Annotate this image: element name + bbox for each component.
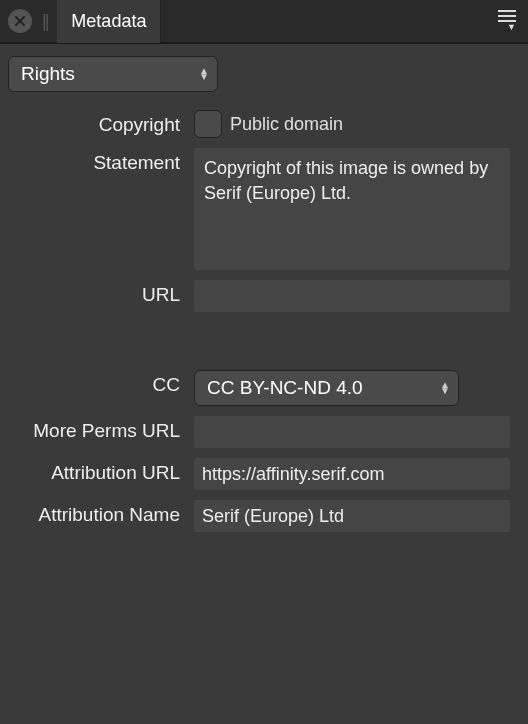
label-copyright: Copyright: [8, 110, 180, 136]
label-statement: Statement: [8, 148, 180, 174]
statement-value: Copyright of this image is owned by Seri…: [204, 158, 488, 203]
cc-dropdown[interactable]: CC BY-NC-ND 4.0 ▲▼: [194, 370, 459, 406]
category-dropdown[interactable]: Rights ▲▼: [8, 56, 218, 92]
cc-value: CC BY-NC-ND 4.0: [207, 377, 363, 399]
divider-icon: ||: [42, 11, 47, 32]
stepper-arrows-icon: ▲▼: [199, 68, 209, 80]
attribution-name-input[interactable]: Serif (Europe) Ltd: [194, 500, 510, 532]
close-icon[interactable]: [8, 9, 32, 33]
panel-menu-button[interactable]: ▼: [494, 6, 520, 36]
public-domain-checkbox[interactable]: [194, 110, 222, 138]
public-domain-label: Public domain: [230, 114, 343, 135]
label-attribution-name: Attribution Name: [8, 500, 180, 526]
attribution-name-value: Serif (Europe) Ltd: [202, 506, 344, 527]
attribution-url-value: https://affinity.serif.com: [202, 464, 384, 485]
label-url: URL: [8, 280, 180, 306]
panel-titlebar: || Metadata ▼: [0, 0, 528, 44]
tab-label: Metadata: [71, 11, 146, 32]
more-perms-input[interactable]: [194, 416, 510, 448]
dropdown-value: Rights: [21, 63, 75, 85]
label-attribution-url: Attribution URL: [8, 458, 180, 484]
statement-textarea[interactable]: Copyright of this image is owned by Seri…: [194, 148, 510, 270]
label-cc: CC: [8, 370, 180, 396]
chevron-down-icon: ▼: [507, 22, 516, 32]
url-input[interactable]: [194, 280, 510, 312]
label-more-perms: More Perms URL: [8, 416, 180, 442]
tab-metadata[interactable]: Metadata: [57, 0, 161, 43]
rights-form: Copyright Public domain Statement Copyri…: [8, 110, 520, 532]
hamburger-icon: [498, 10, 516, 22]
panel-body: Rights ▲▼ Copyright Public domain Statem…: [0, 44, 528, 544]
stepper-arrows-icon: ▲▼: [440, 382, 450, 394]
attribution-url-input[interactable]: https://affinity.serif.com: [194, 458, 510, 490]
